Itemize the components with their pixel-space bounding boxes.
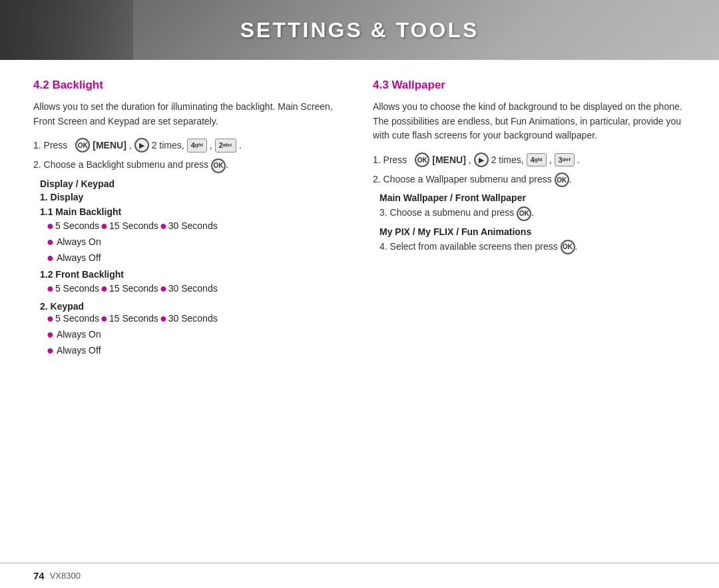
my-pix-flix-heading: My PIX / My FLIX / Fun Animations bbox=[379, 226, 686, 237]
display-keypad-section: Display / Keypad 1. Display 1.1 Main Bac… bbox=[40, 178, 346, 358]
step-4-right: 4. Select from available screens then pr… bbox=[379, 240, 686, 254]
main-content: 4.2 Backlight Allows you to set the dura… bbox=[0, 60, 719, 375]
bullet-dot: ● bbox=[47, 282, 54, 294]
left-column: 4.2 Backlight Allows you to set the dura… bbox=[33, 79, 346, 362]
bullet-dot: ● bbox=[101, 220, 108, 232]
section-42-description: Allows you to set the duration for illum… bbox=[33, 100, 346, 129]
page-header: SETTINGS & TOOLS bbox=[0, 0, 719, 60]
ok-icon-left-2: OK bbox=[211, 158, 226, 173]
front-backlight-bullets: ● 5 Seconds ● 15 Seconds ● 30 Seconds bbox=[47, 282, 346, 296]
keypad-always-off: ● Always Off bbox=[47, 344, 346, 358]
bullet-dot: ● bbox=[47, 220, 54, 232]
front-backlight-row-1: ● 5 Seconds ● 15 Seconds ● 30 Seconds bbox=[47, 282, 346, 296]
key-4-left: 4ghi bbox=[187, 139, 207, 152]
main-front-wallpaper-heading: Main Wallpaper / Front Wallpaper bbox=[379, 192, 686, 203]
backlight-row-1: ● 5 Seconds ● 15 Seconds ● 30 Seconds bbox=[47, 219, 346, 233]
bullet-dot: ● bbox=[47, 344, 54, 356]
model-number: VX8300 bbox=[50, 571, 81, 581]
header-overlay bbox=[0, 0, 133, 60]
key-3-right: 3def bbox=[555, 153, 575, 167]
bullet-dot: ● bbox=[47, 312, 54, 324]
section-42-title: 4.2 Backlight bbox=[33, 79, 346, 92]
page-number: 74 bbox=[33, 570, 45, 581]
main-backlight-bullets: ● 5 Seconds ● 15 Seconds ● 30 Seconds ● … bbox=[47, 219, 346, 265]
ok-icon-right-1: OK bbox=[415, 152, 429, 167]
arrow-right-right-1: ▶ bbox=[474, 152, 489, 167]
ok-icon-right-2: OK bbox=[555, 172, 569, 187]
section-43-title: 4.3 Wallpaper bbox=[373, 79, 686, 92]
step-1-right: 1. Press OK [MENU], ▶ 2 times, 4ghi , 3d… bbox=[373, 152, 686, 167]
key-2-left: 2abc bbox=[215, 139, 236, 152]
keypad-always-on: ● Always On bbox=[47, 328, 346, 342]
ok-icon-left-1: OK bbox=[75, 138, 90, 152]
ok-icon-right-3: OK bbox=[517, 206, 531, 221]
always-off-row: ● Always Off bbox=[47, 251, 346, 265]
main-backlight-heading: 1.1 Main Backlight bbox=[40, 206, 346, 217]
section-43-description: Allows you to choose the kind of backgro… bbox=[373, 100, 686, 143]
keypad-row-1: ● 5 Seconds ● 15 Seconds ● 30 Seconds bbox=[47, 312, 346, 326]
bullet-dot: ● bbox=[160, 312, 167, 324]
step-2-left: 2. Choose a Backlight submenu and press … bbox=[33, 158, 346, 172]
always-on-row: ● Always On bbox=[47, 235, 346, 249]
bullet-dot: ● bbox=[160, 220, 167, 232]
keypad-heading: 2. Keypad bbox=[40, 301, 346, 312]
step-3-right: 3. Choose a submenu and press OK. bbox=[379, 206, 686, 220]
front-backlight-heading: 1.2 Front Backlight bbox=[40, 269, 346, 280]
key-4-right: 4ghi bbox=[527, 153, 547, 167]
ok-icon-right-4: OK bbox=[561, 240, 575, 254]
arrow-right-left-1: ▶ bbox=[134, 138, 149, 152]
bullet-dot: ● bbox=[47, 328, 54, 340]
bullet-dot: ● bbox=[101, 282, 108, 294]
header-title: SETTINGS & TOOLS bbox=[240, 18, 479, 43]
step-2-right: 2. Choose a Wallpaper submenu and press … bbox=[373, 172, 686, 187]
right-column: 4.3 Wallpaper Allows you to choose the k… bbox=[373, 79, 686, 362]
wallpaper-subsection: Main Wallpaper / Front Wallpaper 3. Choo… bbox=[379, 192, 686, 254]
bullet-dot: ● bbox=[47, 252, 54, 264]
display-keypad-heading: Display / Keypad bbox=[40, 178, 346, 189]
bullet-dot: ● bbox=[101, 312, 108, 324]
bullet-dot: ● bbox=[47, 236, 54, 248]
step-1-left: 1. Press OK [MENU], ▶ 2 times, 4ghi , 2a… bbox=[33, 138, 346, 152]
bullet-dot: ● bbox=[160, 282, 167, 294]
keypad-bullets: ● 5 Seconds ● 15 Seconds ● 30 Seconds ● … bbox=[47, 312, 346, 358]
display-heading: 1. Display bbox=[40, 192, 346, 202]
